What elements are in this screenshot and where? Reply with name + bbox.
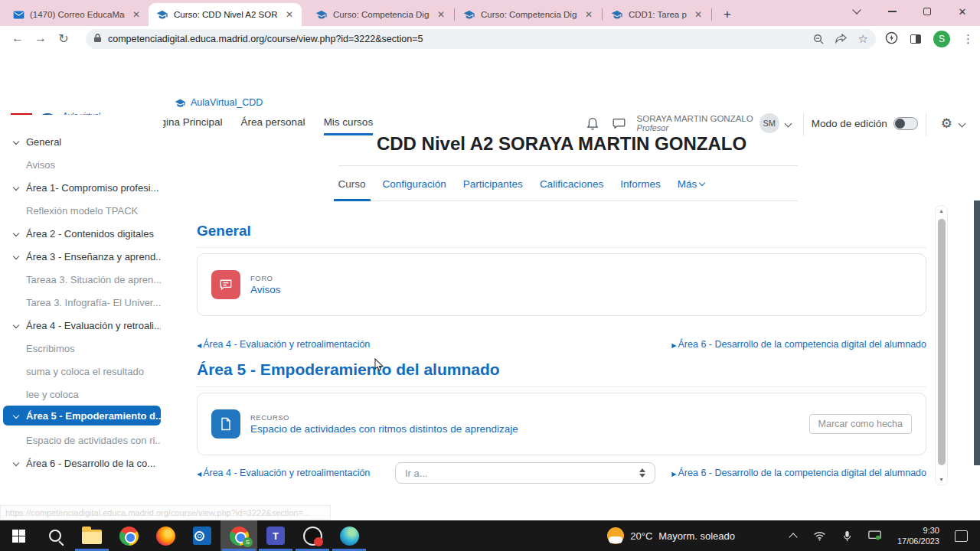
taskbar-weather[interactable]: 20°C Mayorm. soleado bbox=[607, 527, 735, 544]
profile-badge: S bbox=[243, 537, 253, 547]
moodle-icon bbox=[156, 8, 168, 21]
bookmark-star-icon[interactable]: ☆ bbox=[858, 32, 868, 46]
chevron-down-icon bbox=[699, 180, 705, 186]
wifi-icon[interactable] bbox=[813, 531, 826, 541]
firefox-icon bbox=[156, 527, 175, 546]
reload-icon[interactable]: ↻ bbox=[52, 31, 75, 46]
close-icon[interactable]: ✕ bbox=[583, 9, 595, 20]
share-icon[interactable] bbox=[835, 34, 848, 44]
tab-informes[interactable]: Informes bbox=[620, 178, 661, 201]
breadcrumb-link[interactable]: AulaVirtual_CDD bbox=[191, 97, 263, 108]
tab-course-cdd-a2[interactable]: Curso: CDD Nivel A2 SOR ✕ bbox=[149, 3, 302, 26]
taskbar-search-button[interactable] bbox=[37, 520, 74, 551]
prev-section-link[interactable]: ◀Área 4 - Evaluación y retroalimentación bbox=[197, 468, 370, 478]
close-window-button[interactable]: ✕ bbox=[945, 0, 980, 23]
back-icon[interactable]: ← bbox=[6, 31, 29, 45]
chevron-down-icon[interactable] bbox=[13, 184, 19, 191]
jump-to-select[interactable]: Ir a... bbox=[395, 462, 655, 484]
page-scrollbar[interactable]: ▲ ▼ bbox=[935, 205, 948, 485]
display-cast-icon[interactable] bbox=[868, 530, 881, 541]
teams-icon: T bbox=[266, 527, 285, 545]
taskbar-clock[interactable]: 9:30 17/06/2023 bbox=[897, 525, 939, 546]
sidebar-item-espacio-actividades[interactable]: Espacio de actividades con ri... bbox=[3, 430, 161, 450]
chevron-down-icon[interactable] bbox=[13, 139, 19, 145]
tab-course-competencia-1[interactable]: Curso: Competencia Digi ✕ bbox=[308, 3, 453, 26]
gear-icon[interactable]: ⚙ bbox=[941, 116, 952, 132]
taskbar-outlook[interactable]: O bbox=[184, 520, 220, 551]
weather-temp: 20°C bbox=[630, 530, 652, 542]
performance-icon[interactable] bbox=[885, 31, 898, 47]
next-section-link[interactable]: ▶Área 6 - Desarrollo de la competencia d… bbox=[671, 339, 926, 350]
sidebar-item-tarea3-situacion[interactable]: Tareaa 3. Situación de apren... bbox=[3, 269, 161, 289]
taskbar-teams[interactable]: T bbox=[257, 520, 294, 551]
activity-type-label: RECURSO bbox=[250, 413, 809, 422]
tray-expand-chevron-icon[interactable] bbox=[790, 532, 796, 540]
outlook-icon: O bbox=[193, 527, 211, 545]
sidebar-item-suma-coloca[interactable]: suma y coloca el resultado bbox=[3, 361, 161, 381]
sidebar-item-area5[interactable]: Área 5 - Empoderamiento d... bbox=[3, 406, 161, 425]
sidebar-item-tarea3-infografia[interactable]: Tarea 3. Infografía- El Univer... bbox=[3, 292, 161, 312]
sidebar-item-area2[interactable]: Área 2 - Contenidos digitales bbox=[3, 223, 161, 243]
breadcrumb: AulaVirtual_CDD bbox=[163, 92, 980, 113]
taskbar-chrome-profile[interactable]: S bbox=[220, 520, 257, 551]
sidebar-item-escribimos[interactable]: Escribimos bbox=[3, 338, 161, 358]
sidebar-item-area3[interactable]: Área 3 - Enseñanza y aprend... bbox=[3, 246, 161, 266]
browser-menu-icon[interactable]: ⋮ bbox=[962, 32, 974, 46]
chevron-down-icon[interactable] bbox=[13, 412, 19, 419]
scrollbar-thumb[interactable] bbox=[938, 219, 946, 465]
tab-configuracion[interactable]: Configuración bbox=[383, 178, 446, 201]
taskbar-file-explorer[interactable] bbox=[74, 520, 110, 551]
tab-participantes[interactable]: Participantes bbox=[463, 178, 523, 201]
select-arrows-icon bbox=[639, 468, 645, 478]
taskbar-firefox[interactable] bbox=[147, 520, 184, 551]
activity-link-avisos[interactable]: Avisos bbox=[250, 284, 912, 295]
tab-calificaciones[interactable]: Calificaciones bbox=[540, 178, 603, 201]
taskbar-obs[interactable] bbox=[294, 520, 331, 551]
chevron-down-icon[interactable] bbox=[13, 322, 19, 328]
side-panel-icon[interactable] bbox=[910, 34, 921, 44]
start-button[interactable] bbox=[0, 520, 37, 551]
sidebar-item-lee-coloca[interactable]: lee y coloca bbox=[3, 384, 161, 404]
tab-mas[interactable]: Más bbox=[678, 178, 705, 201]
sidebar-item-avisos[interactable]: Avisos bbox=[3, 155, 161, 174]
chevron-down-icon[interactable] bbox=[13, 253, 19, 259]
sidebar-item-area1[interactable]: Área 1- Compromiso profesi... bbox=[3, 178, 161, 197]
toolbar-right-icons: S ⋮ bbox=[885, 28, 974, 51]
new-tab-button[interactable]: + bbox=[717, 5, 737, 24]
mark-done-button[interactable]: Marcar como hecha bbox=[809, 414, 912, 434]
zoom-out-icon[interactable] bbox=[813, 34, 825, 45]
action-center-icon[interactable] bbox=[955, 530, 968, 542]
tab-mail[interactable]: (1470) Correo EducaMadr ✕ bbox=[5, 3, 149, 26]
address-bar[interactable]: competenciadigital.educa.madrid.org/cour… bbox=[86, 29, 876, 49]
chevron-down-icon[interactable] bbox=[13, 230, 19, 236]
scroll-down-icon[interactable]: ▼ bbox=[936, 477, 947, 482]
tab-curso[interactable]: Curso bbox=[338, 178, 366, 201]
close-icon[interactable]: ✕ bbox=[283, 9, 296, 20]
microphone-icon[interactable] bbox=[843, 530, 851, 542]
close-icon[interactable]: ✕ bbox=[435, 9, 447, 20]
resource-file-icon bbox=[211, 409, 240, 439]
forward-icon[interactable]: → bbox=[29, 31, 52, 45]
tab-course-competencia-2[interactable]: Curso: Competencia Digi ✕ bbox=[456, 3, 601, 26]
next-section-link[interactable]: ▶Área 6 - Desarrollo de la competencia d… bbox=[671, 468, 926, 478]
browser-profile-avatar[interactable]: S bbox=[933, 31, 950, 47]
sidebar-item-general[interactable]: General bbox=[3, 132, 161, 152]
forum-icon bbox=[211, 270, 240, 299]
tab-tarea-practica[interactable]: CDD1: Tarea práctica 6 - ✕ bbox=[603, 3, 710, 26]
background-window-edge bbox=[974, 201, 980, 465]
sidebar-item-reflexion-tpack[interactable]: Reflexión modelo TPACK bbox=[3, 201, 161, 220]
sidebar-item-area6[interactable]: Área 6 - Desarrollo de la co... bbox=[3, 453, 161, 473]
prev-section-link[interactable]: ◀Área 4 - Evaluación y retroalimentación bbox=[197, 339, 370, 350]
tab-search-chevron-icon[interactable] bbox=[839, 0, 874, 23]
chevron-down-icon[interactable] bbox=[959, 119, 966, 127]
close-icon[interactable]: ✕ bbox=[692, 9, 704, 20]
scroll-up-icon[interactable]: ▲ bbox=[936, 208, 947, 214]
restore-button[interactable] bbox=[910, 0, 945, 23]
taskbar-chrome[interactable] bbox=[110, 520, 147, 551]
sidebar-item-area4[interactable]: Área 4 - Evaluación y retroali... bbox=[3, 315, 161, 335]
close-icon[interactable]: ✕ bbox=[130, 9, 142, 20]
taskbar-edge[interactable] bbox=[331, 520, 368, 551]
chevron-down-icon[interactable] bbox=[13, 460, 19, 466]
minimize-button[interactable] bbox=[874, 0, 910, 23]
activity-link-espacio[interactable]: Espacio de actividades con ritmos distin… bbox=[250, 423, 809, 435]
